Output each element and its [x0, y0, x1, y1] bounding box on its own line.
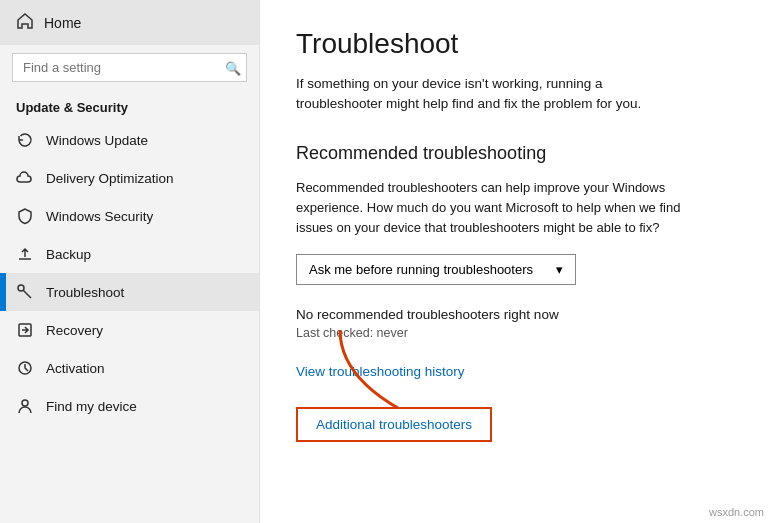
- sidebar-item-windows-security[interactable]: Windows Security: [0, 197, 259, 235]
- sidebar-item-recovery[interactable]: Recovery: [0, 311, 259, 349]
- search-input[interactable]: [12, 53, 247, 82]
- sidebar: Home 🔍 Update & Security Windows Update …: [0, 0, 260, 523]
- activation-icon: [16, 359, 34, 377]
- sidebar-item-find-my-device[interactable]: Find my device: [0, 387, 259, 425]
- sidebar-label-delivery-optimization: Delivery Optimization: [46, 171, 174, 186]
- sidebar-label-windows-security: Windows Security: [46, 209, 153, 224]
- search-icon: 🔍: [225, 60, 241, 75]
- shield-icon: [16, 207, 34, 225]
- page-title: Troubleshoot: [296, 28, 739, 60]
- sidebar-home-label: Home: [44, 15, 81, 31]
- refresh-icon: [16, 131, 34, 149]
- recommended-section-title: Recommended troubleshooting: [296, 143, 739, 164]
- svg-line-1: [24, 291, 32, 299]
- troubleshooter-dropdown[interactable]: Ask me before running troubleshooters ▾: [296, 254, 576, 285]
- last-checked-text: Last checked: never: [296, 326, 739, 340]
- sidebar-item-troubleshoot[interactable]: Troubleshoot: [0, 273, 259, 311]
- view-history-link[interactable]: View troubleshooting history: [296, 364, 739, 379]
- svg-point-4: [22, 400, 28, 406]
- additional-troubleshooters-button[interactable]: Additional troubleshooters: [296, 407, 492, 442]
- sidebar-item-activation[interactable]: Activation: [0, 349, 259, 387]
- sidebar-label-recovery: Recovery: [46, 323, 103, 338]
- sidebar-label-backup: Backup: [46, 247, 91, 262]
- dropdown-value: Ask me before running troubleshooters: [309, 262, 533, 277]
- search-box[interactable]: 🔍: [12, 53, 247, 82]
- sidebar-home-item[interactable]: Home: [0, 0, 259, 45]
- sidebar-section-title: Update & Security: [0, 90, 259, 121]
- sidebar-label-find-my-device: Find my device: [46, 399, 137, 414]
- sidebar-item-windows-update[interactable]: Windows Update: [0, 121, 259, 159]
- cloud-icon: [16, 169, 34, 187]
- wrench-icon: [16, 283, 34, 301]
- recovery-icon: [16, 321, 34, 339]
- sidebar-item-backup[interactable]: Backup: [0, 235, 259, 273]
- sidebar-label-troubleshoot: Troubleshoot: [46, 285, 124, 300]
- chevron-down-icon: ▾: [556, 262, 563, 277]
- recommended-section-description: Recommended troubleshooters can help imp…: [296, 178, 686, 238]
- sidebar-item-delivery-optimization[interactable]: Delivery Optimization: [0, 159, 259, 197]
- home-icon: [16, 12, 34, 33]
- watermark: wsxdn.com: [706, 505, 767, 519]
- main-content: Troubleshoot If something on your device…: [260, 0, 775, 523]
- sidebar-label-activation: Activation: [46, 361, 105, 376]
- no-troubleshooters-text: No recommended troubleshooters right now: [296, 307, 739, 322]
- person-icon: [16, 397, 34, 415]
- upload-icon: [16, 245, 34, 263]
- page-description: If something on your device isn't workin…: [296, 74, 676, 115]
- sidebar-label-windows-update: Windows Update: [46, 133, 148, 148]
- svg-point-0: [18, 285, 24, 291]
